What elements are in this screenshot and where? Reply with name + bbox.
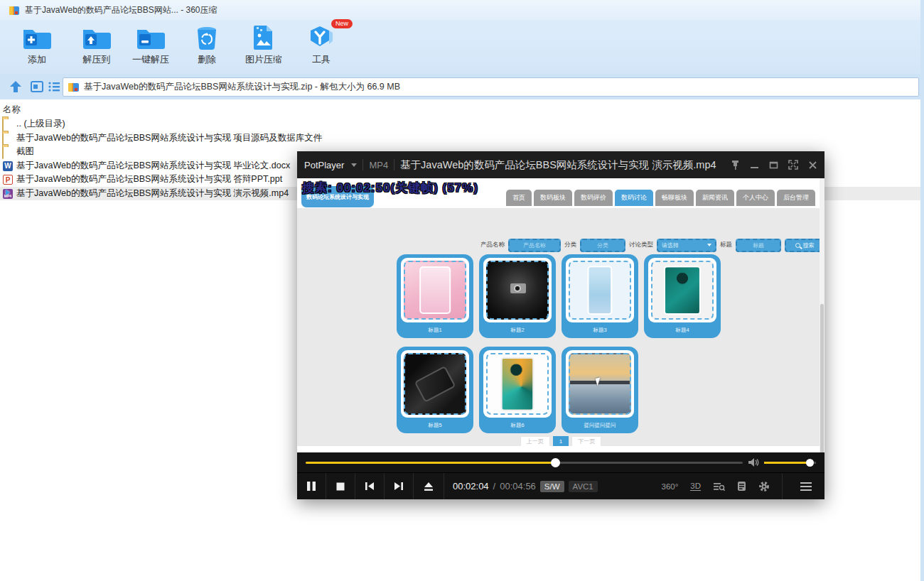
list-view-icon[interactable] [47, 80, 61, 94]
current-time: 00:02:04 [453, 481, 489, 492]
pause-button[interactable] [297, 473, 326, 499]
menu-hamburger-icon[interactable] [795, 482, 817, 491]
name-column-header[interactable]: 名称 [3, 104, 21, 116]
nav-tab-news[interactable]: 新闻资讯 [696, 190, 734, 206]
category-input[interactable]: 分类 [580, 239, 625, 252]
video-display-area[interactable]: 数码论坛系统设计与实现 首页 数码板块 数码评价 数码讨论 畅聊板块 新闻资讯 … [297, 178, 824, 452]
3d-mode-button[interactable]: 3D [690, 482, 701, 491]
current-page-button[interactable]: 1 [553, 436, 569, 447]
minimize-icon[interactable] [750, 161, 759, 170]
image-compress-button[interactable]: 图片压缩 [235, 24, 292, 71]
product-card-3[interactable]: 标题3 [562, 254, 638, 338]
teal-phone-image [651, 261, 714, 320]
close-icon[interactable] [808, 161, 817, 170]
stop-button[interactable] [326, 473, 355, 499]
category-label: 分类 [564, 241, 576, 249]
archive-path-field[interactable]: 基于JavaWeb的数码产品论坛BBS网站系统设计与实现.zip - 解包大小为… [63, 77, 919, 97]
powerpoint-icon: P [2, 174, 14, 185]
file-row-source-folder[interactable]: 基于JavaWeb的数码产品论坛BBS网站系统设计与实现 项目源码及数据库文件 [0, 131, 920, 146]
volume-track[interactable] [764, 462, 816, 464]
extract-to-icon [81, 24, 112, 51]
fullscreen-icon[interactable] [788, 160, 798, 170]
nav-tab-home[interactable]: 首页 [506, 190, 532, 206]
word-doc-icon: W [2, 161, 14, 171]
previous-button[interactable] [355, 473, 385, 499]
chevron-down-icon [707, 244, 711, 246]
pin-icon[interactable] [731, 160, 740, 170]
mp4-video-icon: MP4 [2, 188, 14, 199]
teal-phone-2-image [486, 353, 549, 415]
up-directory-icon[interactable] [9, 80, 23, 94]
nav-tab-admin[interactable]: 后台管理 [777, 190, 815, 206]
product-name-input[interactable]: 产品名称 [508, 239, 561, 252]
tools-button[interactable]: New 工具 [300, 24, 343, 71]
format-badge: MP4 [369, 160, 388, 170]
time-separator: / [493, 481, 496, 492]
view-mode-icon[interactable] [30, 80, 44, 94]
product-card-7[interactable]: 提问提问提问 [562, 347, 638, 433]
next-icon [394, 482, 404, 491]
product-card-4[interactable]: 标题4 [644, 254, 721, 338]
prev-page-button[interactable]: 上一页 [520, 436, 550, 447]
extract-to-button[interactable]: 解压到 [73, 24, 120, 71]
subtitle-log-icon[interactable] [737, 481, 746, 492]
nav-tab-digital-discussion-active[interactable]: 数码讨论 [615, 190, 653, 206]
total-time: 00:04:56 [500, 481, 536, 492]
archive-path-text: 基于JavaWeb的数码产品论坛BBS网站系统设计与实现.zip - 解包大小为… [84, 81, 400, 93]
eject-button[interactable] [414, 473, 444, 499]
nav-tab-personal-center[interactable]: 个人中心 [736, 190, 775, 206]
folder-icon [2, 119, 14, 129]
maximize-icon[interactable] [769, 161, 778, 170]
card-title: 标题2 [479, 327, 556, 334]
sunset-bridge-image [569, 353, 631, 415]
nav-tab-digital-board[interactable]: 数码板块 [534, 190, 572, 206]
settings-gear-icon[interactable] [758, 481, 770, 492]
file-name: 截图 [16, 146, 34, 158]
potplayer-titlebar[interactable]: PotPlayer MP4 基于JavaWeb的数码产品论坛BBS网站系统设计与… [297, 151, 824, 178]
next-button[interactable] [385, 473, 414, 499]
add-button[interactable]: 添加 [16, 24, 58, 71]
search-button-label: 搜索 [803, 241, 815, 249]
product-card-1[interactable]: 标题1 [397, 254, 473, 338]
seek-thumb[interactable] [551, 458, 560, 467]
discussion-type-label: 讨论类型 [629, 241, 653, 249]
archive-file-icon [68, 82, 80, 93]
playlist-search-icon[interactable] [713, 482, 725, 492]
decoder-badge: S/W [540, 481, 564, 492]
zip-app-icon [9, 5, 20, 16]
add-label: 添加 [28, 53, 46, 66]
codec-badge: AVC1 [569, 481, 598, 492]
card-title: 标题6 [479, 422, 556, 429]
one-click-extract-button[interactable]: 一键解压 [122, 24, 179, 71]
volume-level [764, 462, 810, 464]
file-row-parent-dir[interactable]: .. (上级目录) [0, 117, 920, 131]
nav-tab-chat-board[interactable]: 畅聊板块 [655, 190, 694, 206]
zip-addressbar: 基于JavaWeb的数码产品论坛BBS网站系统设计与实现.zip - 解包大小为… [0, 74, 920, 99]
potplayer-menu[interactable]: PotPlayer [304, 160, 344, 170]
controls-right-group: 360° 3D [662, 473, 825, 499]
product-card-5[interactable]: 标题5 [397, 347, 473, 433]
zip-titlebar: 基于JavaWeb的数码产品论坛BBS网站... - 360压缩 [0, 0, 920, 20]
webpage-scrollbar[interactable] [820, 178, 824, 452]
screen: 基于JavaWeb的数码产品论坛BBS网站... - 360压缩 添加 解压到 … [0, 0, 924, 581]
delete-button[interactable]: 删除 [186, 24, 228, 71]
tools-new-badge: New [331, 19, 353, 28]
titlebar-divider [362, 159, 363, 170]
search-button[interactable]: 搜索 [785, 239, 824, 252]
title-input[interactable]: 标题 [736, 239, 781, 252]
card-title: 标题3 [562, 327, 638, 334]
volume-icon[interactable] [748, 457, 759, 467]
discussion-type-select[interactable]: 请选择 [657, 239, 716, 252]
seek-track[interactable] [306, 462, 743, 464]
next-page-button[interactable]: 下一页 [571, 436, 601, 447]
product-card-6[interactable]: 标题6 [479, 347, 556, 433]
chevron-down-icon [351, 163, 357, 167]
product-card-2[interactable]: 标题2 [479, 254, 556, 338]
window-title: 基于JavaWeb的数码产品论坛BBS网站... - 360压缩 [25, 4, 217, 16]
nav-tab-digital-review[interactable]: 数码评价 [574, 190, 613, 206]
scrollbar-thumb[interactable] [820, 304, 824, 452]
rotate-360-button[interactable]: 360° [662, 482, 679, 491]
volume-thumb[interactable] [806, 459, 814, 467]
pink-phone-image [404, 261, 466, 320]
site-nav: 首页 数码板块 数码评价 数码讨论 畅聊板块 新闻资讯 个人中心 后台管理 [506, 190, 815, 206]
